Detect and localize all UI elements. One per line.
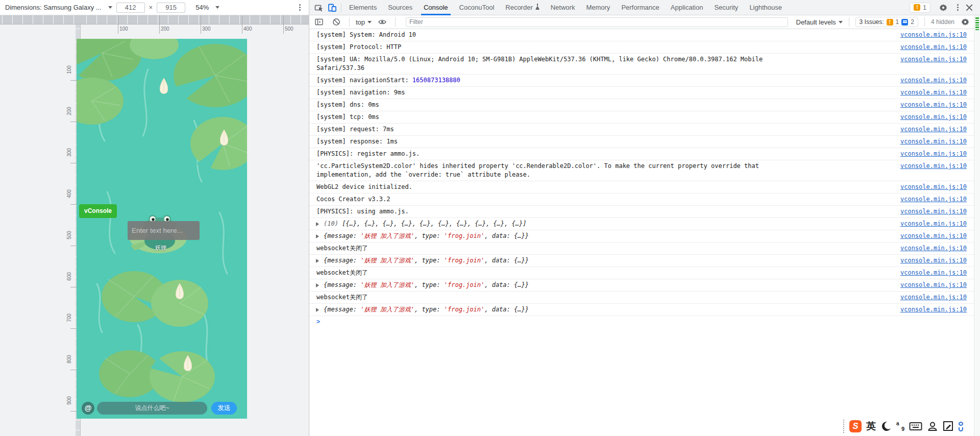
console-message-text: {message: '妖狸 加入了游戏', type: 'frog.join',… [324,256,529,265]
console-source-link[interactable]: vconsole.min.js:10 [900,183,967,191]
input-state-icon[interactable]: a9 [896,421,904,432]
console-source-link[interactable]: vconsole.min.js:10 [900,31,967,39]
tab-memory[interactable]: Memory [580,0,616,15]
tab-security[interactable]: Security [708,0,744,15]
clipped-icon[interactable] [959,422,963,431]
console-source-link[interactable]: vconsole.min.js:10 [900,195,967,204]
tab-performance[interactable]: Performance [616,0,665,15]
device-toolbar-toggle-icon[interactable] [326,1,339,14]
console-message-text: [system] navigation: 9ms [316,88,405,97]
tab-coconutool[interactable]: CoconuTool [454,0,500,15]
console-scrollbar[interactable] [974,15,980,436]
tab-elements[interactable]: Elements [344,0,382,15]
console-message-text: WebGL2 device initialized. [316,183,412,191]
console-row: websocket关闭了vconsole.min.js:10 [309,267,980,279]
chevron-down-icon [368,21,372,23]
close-icon[interactable] [966,4,973,11]
console-source-link[interactable]: vconsole.min.js:10 [900,207,967,216]
console-prompt[interactable]: > [309,316,980,328]
contacts-icon[interactable] [927,421,938,432]
crescent-mode-icon[interactable] [880,421,892,431]
scroll-log-mark [975,22,979,23]
console-row: websocket关闭了vconsole.min.js:10 [309,291,980,303]
console-source-link[interactable]: vconsole.min.js:10 [900,76,967,85]
console-row: [system] tcp: 0msvconsole.min.js:10 [309,111,980,123]
console-sidebar-icon[interactable] [312,15,326,29]
hidden-messages-label[interactable]: 4 hidden [931,18,954,26]
console-source-link[interactable]: vconsole.min.js:10 [900,232,967,240]
console-source-link[interactable]: vconsole.min.js:10 [900,256,967,265]
tab-network[interactable]: Network [545,0,581,15]
scroll-log-mark [975,25,979,26]
dimensions-select[interactable]: Dimensions: Samsung Galaxy ... [5,4,102,11]
issues-counter[interactable]: 3 Issues: ! 1 2 [855,17,918,27]
console-message-text: {message: '妖狸 加入了游戏', type: 'frog.join',… [324,305,529,314]
expand-arrow-icon[interactable] [316,222,319,226]
live-expression-eye-icon[interactable] [376,15,389,29]
clear-console-icon[interactable] [330,15,343,29]
tab-lighthouse[interactable]: Lighthouse [744,0,788,15]
tab-sources[interactable]: Sources [382,0,418,15]
tray-drag-handle-icon[interactable] [843,420,845,433]
console-row: {message: '妖狸 加入了游戏', type: 'frog.join',… [309,279,980,291]
console-source-link[interactable]: vconsole.min.js:10 [900,293,967,302]
tab-bar-controls: ! 1 [910,1,977,14]
console-source-link[interactable]: vconsole.min.js:10 [900,113,967,122]
player-name-label: 妖狸 [128,244,194,252]
tab-recorder[interactable]: Recorder [500,0,545,15]
sogou-input-icon[interactable]: S [849,420,862,432]
console-source-link[interactable]: vconsole.min.js:10 [900,88,967,97]
english-mode-icon[interactable]: 英 [866,420,876,433]
expand-arrow-icon[interactable] [316,234,319,238]
device-height-input[interactable] [157,3,185,13]
dimensions-separator: × [149,4,153,11]
console-source-link[interactable]: vconsole.min.js:10 [900,43,967,52]
warning-count: 1 [923,4,926,11]
console-source-link[interactable]: vconsole.min.js:10 [900,244,967,253]
console-source-link[interactable]: vconsole.min.js:10 [900,220,967,228]
expand-arrow-icon[interactable] [316,259,319,263]
inspect-element-icon[interactable] [312,1,326,14]
console-source-link[interactable]: vconsole.min.js:10 [900,162,967,171]
issues-warning-count: 1 [896,18,899,26]
filter-input[interactable] [406,17,788,27]
chevron-down-icon[interactable] [215,6,219,9]
console-source-link[interactable]: vconsole.min.js:10 [900,150,967,158]
tab-console[interactable]: Console [418,0,454,15]
device-viewport[interactable]: vConsole Enter text here... 妖狸 @ 说点什么吧~ … [77,39,247,419]
log-levels-select[interactable]: Default levels [796,18,843,26]
execution-context-select[interactable]: top [356,18,372,26]
chat-input[interactable]: 说点什么吧~ [97,402,207,415]
ruler-label: 100 [119,26,128,32]
console-source-link[interactable]: vconsole.min.js:10 [900,137,967,146]
zoom-select[interactable]: 54% [195,4,209,11]
console-source-link[interactable]: vconsole.min.js:10 [900,269,967,277]
divider [395,17,396,27]
scroll-log-mark [975,17,979,19]
warning-badge[interactable]: ! 1 [910,3,930,13]
at-icon[interactable]: @ [82,402,94,415]
issues-label: 3 Issues: [860,18,884,26]
device-toolbar-overflow-menu[interactable] [296,2,304,13]
expand-arrow-icon[interactable] [316,283,319,287]
console-settings-gear-icon[interactable] [959,15,972,29]
send-button[interactable]: 发送 [211,402,237,415]
console-source-link[interactable]: vconsole.min.js:10 [900,101,967,109]
console-source-link[interactable]: vconsole.min.js:10 [900,281,967,289]
ruler-label: 400 [243,26,252,32]
gear-icon[interactable] [937,1,950,14]
expand-arrow-icon[interactable] [316,308,319,312]
console-source-link[interactable]: vconsole.min.js:10 [900,55,967,64]
divider [341,3,341,12]
console-message-text: (10) [{…}, {…}, {…}, {…}, {…}, {…}, {…},… [324,220,526,228]
console-source-link[interactable]: vconsole.min.js:10 [900,305,967,314]
console-source-link[interactable]: vconsole.min.js:10 [900,125,967,134]
chevron-down-icon[interactable] [108,6,112,9]
soft-keyboard-icon[interactable] [909,421,922,431]
game-text-input[interactable]: Enter text here... [128,221,200,240]
devtools-menu-icon[interactable] [956,3,960,12]
device-width-input[interactable] [116,3,145,13]
vconsole-button[interactable]: vConsole [79,204,117,218]
edit-settings-icon[interactable] [943,421,954,432]
tab-application[interactable]: Application [665,0,709,15]
